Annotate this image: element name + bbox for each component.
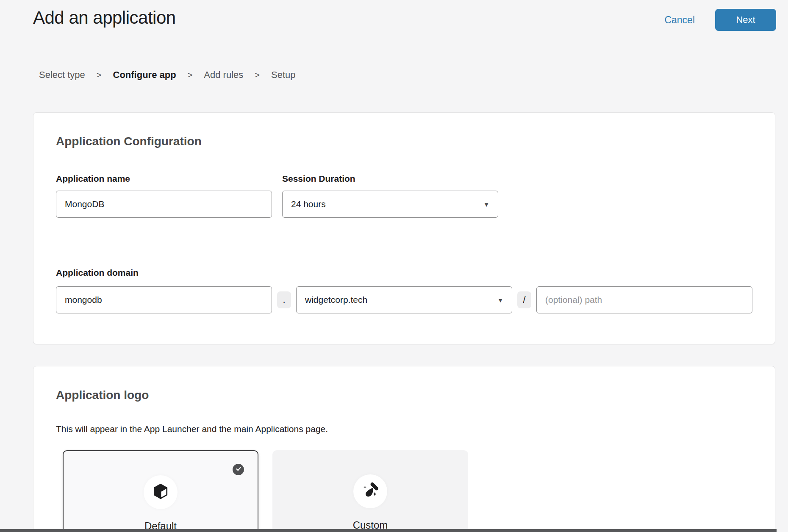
add-application-page: { "header": { "title": "Add an applicati… (0, 0, 788, 532)
logo-option-custom[interactable]: Custom (272, 450, 468, 532)
custom-logo-circle (353, 474, 387, 508)
domain-select[interactable]: widgetcorp.tech ▼ (296, 286, 512, 313)
breadcrumb-separator: > (188, 70, 193, 80)
configuration-card-title: Application Configuration (56, 135, 752, 148)
session-duration-field: Session Duration 24 hours ▼ (282, 148, 498, 218)
breadcrumb-separator: > (255, 70, 260, 80)
chevron-down-icon: ▼ (483, 202, 489, 208)
logo-card-title: Application logo (56, 388, 752, 402)
application-name-input[interactable] (56, 191, 272, 218)
logo-options: Default Custom (63, 450, 752, 532)
name-duration-row: Application name Session Duration 24 hou… (56, 148, 752, 218)
paintbrush-icon (361, 481, 380, 502)
header-actions: Cancel Next (664, 9, 776, 31)
breadcrumb-step-configure-app[interactable]: Configure app (113, 69, 176, 80)
breadcrumb-step-setup[interactable]: Setup (271, 69, 296, 80)
breadcrumb-step-select-type[interactable]: Select type (39, 69, 85, 80)
check-icon (236, 466, 241, 474)
bottom-edge-bar (0, 529, 777, 532)
default-logo-circle (144, 475, 178, 509)
subdomain-input[interactable] (56, 286, 272, 313)
application-name-label: Application name (56, 174, 272, 184)
logo-option-default[interactable]: Default (63, 450, 258, 532)
application-configuration-card: Application Configuration Application na… (33, 112, 775, 344)
breadcrumb-separator: > (97, 70, 102, 80)
slash-separator: / (517, 291, 531, 308)
dot-separator: . (277, 291, 291, 308)
application-name-field: Application name (56, 148, 272, 218)
domain-value: widgetcorp.tech (305, 295, 367, 305)
cube-icon (152, 482, 169, 502)
logo-card-description: This will appear in the App Launcher and… (56, 424, 752, 434)
next-button[interactable]: Next (715, 9, 776, 31)
breadcrumb-step-add-rules[interactable]: Add rules (204, 69, 243, 80)
session-duration-label: Session Duration (282, 174, 498, 184)
application-domain-row: . widgetcorp.tech ▼ / (56, 286, 752, 313)
session-duration-value: 24 hours (291, 199, 326, 209)
chevron-down-icon: ▼ (497, 297, 503, 303)
application-logo-card: Application logo This will appear in the… (33, 366, 775, 532)
session-duration-select[interactable]: 24 hours ▼ (282, 191, 498, 218)
application-domain-label: Application domain (56, 268, 752, 278)
breadcrumb: Select type > Configure app > Add rules … (39, 69, 295, 80)
page-title: Add an application (33, 8, 176, 28)
path-input[interactable] (536, 286, 752, 313)
selected-check-badge (233, 464, 244, 475)
cancel-button[interactable]: Cancel (664, 14, 695, 26)
